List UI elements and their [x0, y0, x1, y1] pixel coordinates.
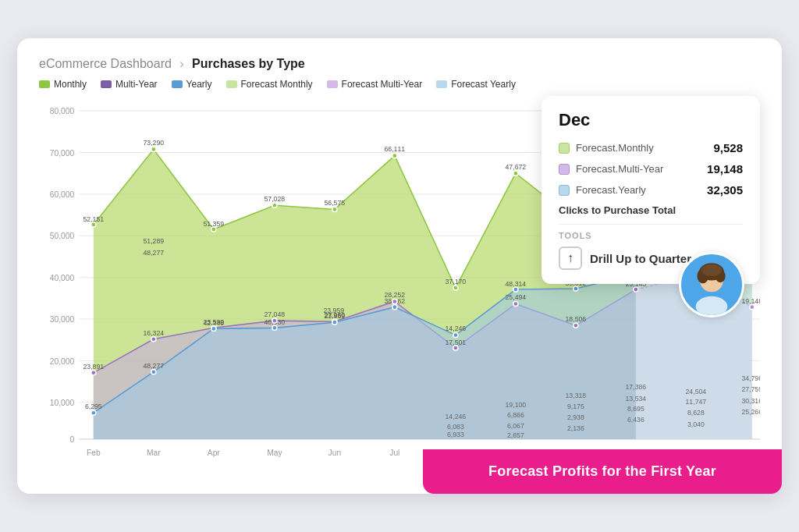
forecast-button[interactable]: Forecast Profits for the First Year — [423, 449, 782, 494]
svg-text:6,083: 6,083 — [447, 423, 464, 431]
svg-text:6,436: 6,436 — [627, 417, 645, 424]
avatar — [679, 252, 744, 317]
tools-label: TOOLS — [559, 231, 743, 240]
svg-point-117 — [392, 305, 397, 310]
tooltip-label-forecast-monthly: Forecast.Monthly — [576, 142, 654, 154]
tooltip-label-forecast-yearly: Forecast.Yearly — [576, 184, 646, 196]
svg-point-105 — [392, 299, 397, 303]
svg-text:23,959: 23,959 — [323, 307, 344, 314]
tooltip-row-forecast-monthly: Forecast.Monthly 9,528 — [559, 141, 743, 154]
legend-label-forecast-monthly: Forecast Monthly — [241, 79, 313, 90]
svg-text:48,277: 48,277 — [143, 362, 164, 370]
tooltip-title: Dec — [559, 110, 743, 130]
svg-text:0: 0 — [69, 435, 74, 444]
tooltip-val-forecast-multiyear: 19,148 — [707, 162, 743, 176]
chart-area: 80,000 70,000 60,000 50,000 40,000 30,00… — [39, 96, 760, 478]
svg-point-113 — [151, 370, 156, 374]
svg-text:6,067: 6,067 — [507, 422, 524, 430]
tooltip-label-forecast-multiyear: Forecast.Multi-Year — [576, 163, 663, 175]
svg-text:10,000: 10,000 — [50, 399, 75, 407]
dashboard-card: eCommerce Dashboard › Purchases by Type … — [17, 38, 782, 494]
tooltip-row-forecast-multiyear: Forecast.Multi-Year 19,148 — [559, 162, 743, 176]
svg-point-114 — [211, 326, 216, 331]
svg-text:50,000: 50,000 — [50, 232, 75, 240]
svg-text:60,000: 60,000 — [50, 190, 75, 199]
svg-point-119 — [513, 287, 518, 292]
svg-text:8,628: 8,628 — [687, 409, 705, 417]
svg-text:18,506: 18,506 — [566, 315, 587, 323]
svg-text:17,386: 17,386 — [626, 383, 647, 391]
legend-label-forecast-yearly: Forecast Yearly — [451, 79, 516, 90]
svg-text:Feb: Feb — [87, 449, 101, 457]
svg-text:Mar: Mar — [147, 449, 161, 457]
svg-point-90 — [211, 227, 216, 232]
svg-text:9,175: 9,175 — [567, 403, 584, 410]
svg-text:30,000: 30,000 — [50, 315, 75, 324]
svg-text:3,040: 3,040 — [687, 420, 705, 428]
breadcrumb: eCommerce Dashboard › Purchases by Type — [39, 57, 305, 71]
svg-text:13,318: 13,318 — [566, 392, 587, 399]
clicks-label: Clicks to Purchase Total — [559, 204, 743, 216]
svg-point-120 — [574, 286, 578, 291]
svg-text:Jun: Jun — [328, 449, 342, 457]
svg-point-137 — [696, 296, 728, 317]
legend-color-yearly — [172, 80, 183, 88]
legend-label-multiyear: Multi-Year — [115, 79, 158, 90]
svg-point-101 — [151, 337, 156, 342]
svg-point-93 — [392, 154, 397, 158]
legend-color-forecast-multiyear — [327, 80, 338, 88]
legend-color-monthly — [39, 80, 50, 88]
legend-color-multiyear — [101, 80, 112, 88]
svg-text:47,672: 47,672 — [506, 163, 527, 171]
legend-item-forecast-yearly: Forecast Yearly — [436, 79, 516, 90]
svg-text:80,000: 80,000 — [50, 107, 75, 115]
svg-point-111 — [750, 305, 755, 310]
legend-item-yearly: Yearly — [172, 79, 212, 90]
svg-text:16,324: 16,324 — [143, 329, 164, 337]
breadcrumb-current: Purchases by Type — [192, 57, 305, 70]
svg-text:8,695: 8,695 — [627, 405, 645, 413]
svg-text:48,277: 48,277 — [143, 249, 164, 257]
tooltip-row-forecast-yearly: Forecast.Yearly 32,305 — [559, 183, 743, 197]
breadcrumb-separator: › — [179, 57, 183, 70]
svg-text:66,111: 66,111 — [385, 145, 406, 153]
svg-text:24,504: 24,504 — [686, 388, 707, 395]
breadcrumb-prefix: eCommerce Dashboard — [39, 57, 172, 70]
svg-text:2,657: 2,657 — [507, 431, 524, 439]
drill-up-label: Drill Up to Quarter — [590, 252, 691, 265]
legend-label-forecast-multiyear: Forecast Multi-Year — [342, 79, 423, 90]
svg-text:37,170: 37,170 — [446, 278, 467, 286]
svg-text:11,747: 11,747 — [686, 398, 707, 406]
svg-text:30,316: 30,316 — [741, 397, 760, 405]
tooltip-dot-forecast-multiyear — [559, 164, 570, 175]
tooltip-val-forecast-yearly: 32,305 — [707, 183, 743, 197]
tooltip-dot-forecast-yearly — [559, 185, 570, 196]
svg-text:40,000: 40,000 — [50, 274, 75, 282]
chart-legend: Monthly Multi-Year Yearly Forecast Month… — [39, 79, 760, 90]
svg-text:20,000: 20,000 — [50, 357, 75, 366]
svg-text:Jul: Jul — [389, 449, 400, 457]
svg-point-142 — [701, 264, 722, 276]
drill-up-icon: ↑ — [559, 246, 582, 270]
svg-text:6,295: 6,295 — [85, 403, 102, 410]
legend-label-yearly: Yearly — [186, 79, 212, 90]
svg-text:6,866: 6,866 — [507, 411, 524, 419]
svg-text:56,575: 56,575 — [325, 199, 346, 207]
svg-text:73,290: 73,290 — [143, 139, 164, 147]
legend-item-monthly: Monthly — [39, 79, 87, 90]
svg-text:51,289: 51,289 — [143, 237, 164, 245]
legend-item-multiyear: Multi-Year — [101, 79, 158, 90]
svg-text:14,246: 14,246 — [446, 413, 467, 420]
svg-text:25,494: 25,494 — [506, 293, 527, 301]
svg-point-109 — [634, 287, 638, 292]
svg-point-103 — [272, 318, 277, 323]
legend-color-forecast-yearly — [436, 80, 447, 88]
svg-point-106 — [453, 346, 458, 350]
svg-point-100 — [91, 371, 96, 375]
legend-color-forecast-monthly — [226, 80, 237, 88]
tooltip-val-forecast-monthly: 9,528 — [713, 141, 743, 154]
svg-text:14,246: 14,246 — [446, 325, 467, 332]
svg-point-88 — [91, 222, 96, 227]
svg-text:2,136: 2,136 — [567, 424, 584, 432]
svg-text:27,759: 27,759 — [741, 385, 760, 393]
